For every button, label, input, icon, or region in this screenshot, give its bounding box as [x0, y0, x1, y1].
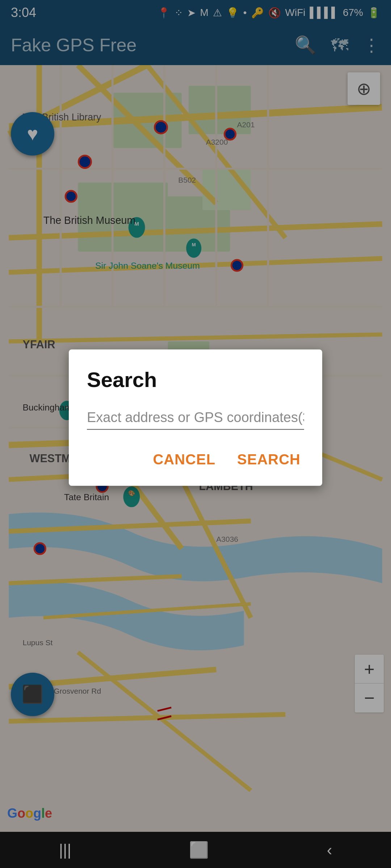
dialog-actions: CANCEL SEARCH: [87, 448, 304, 475]
search-input[interactable]: [87, 406, 304, 430]
dialog-title: Search: [87, 367, 304, 392]
cancel-button[interactable]: CANCEL: [149, 448, 219, 471]
search-dialog: Search CANCEL SEARCH: [69, 349, 322, 486]
search-button[interactable]: SEARCH: [234, 448, 304, 471]
